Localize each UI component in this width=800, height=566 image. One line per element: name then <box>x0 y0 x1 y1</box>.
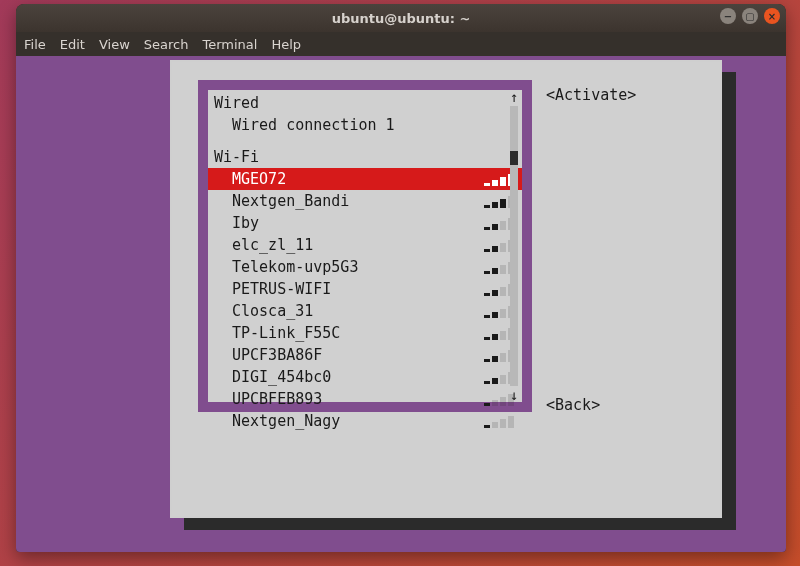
network-item[interactable]: TP-Link_F55C <box>208 322 522 344</box>
network-name: TP-Link_F55C <box>232 322 484 344</box>
network-name: DIGI_454bc0 <box>232 366 484 388</box>
menu-edit[interactable]: Edit <box>60 37 85 52</box>
network-item[interactable]: UPCF3BA86F <box>208 344 522 366</box>
network-name: Telekom-uvp5G3 <box>232 256 484 278</box>
activate-button[interactable]: <Activate> <box>546 84 636 106</box>
network-item[interactable]: DIGI_454bc0 <box>208 366 522 388</box>
network-list[interactable]: WiredWired connection 1Wi-FiMGEO72Nextge… <box>208 92 522 400</box>
minimize-button[interactable]: − <box>720 8 736 24</box>
network-item[interactable]: UPCBFEB893 <box>208 388 522 410</box>
network-name: MGEO72 <box>232 168 484 190</box>
menu-search[interactable]: Search <box>144 37 189 52</box>
network-item[interactable]: elc_zl_11 <box>208 234 522 256</box>
scroll-down-icon[interactable]: ↓ <box>510 388 518 402</box>
network-item[interactable]: MGEO72 <box>208 168 522 190</box>
network-item[interactable]: Closca_31 <box>208 300 522 322</box>
network-name: Iby <box>232 212 484 234</box>
menu-help[interactable]: Help <box>271 37 301 52</box>
network-item[interactable]: PETRUS-WIFI <box>208 278 522 300</box>
network-name: Wired connection 1 <box>232 114 522 136</box>
network-item[interactable]: Wired connection 1 <box>208 114 522 136</box>
scroll-thumb[interactable] <box>510 151 518 165</box>
menu-terminal[interactable]: Terminal <box>202 37 257 52</box>
network-item[interactable]: Nextgen_Bandi <box>208 190 522 212</box>
scrollbar[interactable]: ↑ ↓ <box>506 90 522 402</box>
menu-file[interactable]: File <box>24 37 46 52</box>
scroll-up-icon[interactable]: ↑ <box>510 90 518 104</box>
signal-icon <box>484 414 514 428</box>
back-button[interactable]: <Back> <box>546 394 600 416</box>
network-name: elc_zl_11 <box>232 234 484 256</box>
section-title: Wi-Fi <box>214 146 522 168</box>
menu-view[interactable]: View <box>99 37 130 52</box>
network-name: UPCBFEB893 <box>232 388 484 410</box>
terminal-viewport: WiredWired connection 1Wi-FiMGEO72Nextge… <box>16 56 786 552</box>
network-name: PETRUS-WIFI <box>232 278 484 300</box>
network-list-box: WiredWired connection 1Wi-FiMGEO72Nextge… <box>198 80 532 412</box>
titlebar: ubuntu@ubuntu: ~ − ▢ × <box>16 4 786 32</box>
network-name: UPCF3BA86F <box>232 344 484 366</box>
section-title: Wired <box>214 92 522 114</box>
section-header: Wired <box>208 92 522 114</box>
network-name: Closca_31 <box>232 300 484 322</box>
nmtui-dialog: WiredWired connection 1Wi-FiMGEO72Nextge… <box>170 60 722 518</box>
maximize-button[interactable]: ▢ <box>742 8 758 24</box>
close-button[interactable]: × <box>764 8 780 24</box>
window-title: ubuntu@ubuntu: ~ <box>332 11 471 26</box>
network-item[interactable]: Nextgen_Nagy <box>208 410 522 432</box>
network-item[interactable]: Iby <box>208 212 522 234</box>
window-controls: − ▢ × <box>720 8 780 24</box>
section-header: Wi-Fi <box>208 146 522 168</box>
network-name: Nextgen_Nagy <box>232 410 484 432</box>
dialog-actions: <Activate> <Back> <box>546 84 636 106</box>
menu-bar: File Edit View Search Terminal Help <box>16 32 786 56</box>
terminal-window: ubuntu@ubuntu: ~ − ▢ × File Edit View Se… <box>16 4 786 552</box>
network-name: Nextgen_Bandi <box>232 190 484 212</box>
scroll-track[interactable] <box>510 106 518 386</box>
network-item[interactable]: Telekom-uvp5G3 <box>208 256 522 278</box>
